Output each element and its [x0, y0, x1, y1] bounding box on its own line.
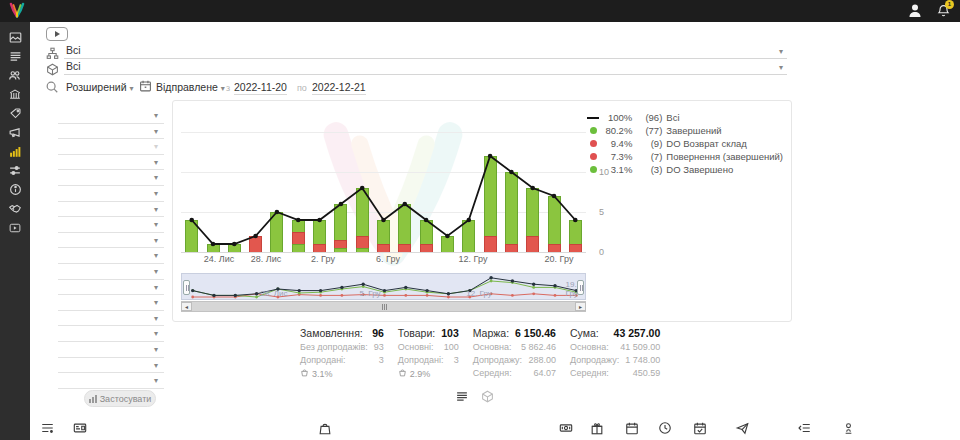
clock-icon[interactable] [658, 421, 672, 439]
funnel-select[interactable]: Всі ▾ [64, 44, 787, 59]
sidebar-item-marketing[interactable] [0, 123, 30, 142]
filter-select-10[interactable]: ▾ [58, 248, 164, 264]
sidebar-item-partners[interactable] [0, 199, 30, 218]
bar-segment-green [228, 244, 241, 252]
legend-item[interactable]: 3.1%(3)DO Завершено [586, 163, 783, 176]
bar-segment-green [292, 244, 305, 252]
filter-select-13[interactable]: ▾ [58, 295, 164, 311]
app-logo-icon[interactable] [7, 1, 27, 25]
filter-select-2[interactable]: ▾ [58, 124, 164, 140]
product-select[interactable]: Всі ▾ [64, 60, 787, 75]
chevron-down-icon: ▾ [154, 283, 158, 292]
navigator-date-label: 28. Лис [260, 289, 287, 298]
apply-button[interactable]: Застосувати [84, 390, 156, 407]
list-view-toggle[interactable] [455, 389, 469, 407]
sidebar-item-clients[interactable] [0, 66, 30, 85]
filter-select-1[interactable]: ▾ [58, 108, 164, 124]
filter-select-3[interactable]: ▾ [58, 139, 164, 155]
filter-select-7[interactable]: ▾ [58, 202, 164, 218]
navigator-left-handle[interactable] [183, 280, 190, 295]
date-from-input[interactable]: 2022-11-20 [234, 81, 287, 95]
chart-navigator[interactable]: 28. Лис5. Гру12. Гру19. Гру [181, 273, 586, 300]
sidebar-item-analytics[interactable] [0, 142, 30, 161]
bar-segment-green [356, 188, 369, 236]
chevron-down-icon: ▾ [154, 361, 158, 370]
megaphone-icon [8, 126, 22, 139]
scroll-right-button[interactable]: ▸ [575, 302, 586, 311]
gridline [181, 132, 586, 133]
filter-select-9[interactable]: ▾ [58, 233, 164, 249]
filter-select-5[interactable]: ▾ [58, 170, 164, 186]
legend-item[interactable]: 80.2%(77)Завершений [586, 124, 783, 137]
basket-icon [300, 368, 309, 379]
bar-segment-red [249, 236, 262, 252]
chevron-down-icon: ▾ [154, 236, 158, 245]
gift-icon[interactable] [590, 421, 604, 440]
bar-segment-red [484, 236, 497, 252]
filter-select-8[interactable]: ▾ [58, 217, 164, 233]
bag-icon[interactable] [318, 421, 332, 440]
stat-column: Сума:43 257.00Основна:41 509.00Допродажу… [570, 327, 660, 379]
chevron-down-icon: ▾ [154, 329, 158, 338]
filter-select-12[interactable]: ▾ [58, 280, 164, 296]
stat-column: Товари:103Основні:100Допродані:32.9% [398, 327, 459, 379]
sidebar-item-cards[interactable] [0, 28, 30, 47]
product-select-value: Всі [66, 60, 81, 72]
filter-select-4[interactable]: ▾ [58, 155, 164, 171]
filter-select-14[interactable]: ▾ [58, 311, 164, 327]
legend-item[interactable]: 9.4%(9)DO Возврат склад [586, 137, 783, 150]
status-select[interactable]: Відправлене ▾ [156, 81, 225, 93]
play-button[interactable] [46, 27, 68, 41]
calendar-check-icon[interactable] [693, 421, 707, 440]
calendar-icon[interactable] [625, 421, 639, 440]
pawn-icon[interactable] [842, 421, 855, 440]
bar-segment-red [526, 236, 539, 252]
bar-segment-red [505, 244, 518, 252]
user-avatar-icon[interactable] [908, 3, 922, 22]
sidebar-item-company[interactable] [0, 85, 30, 104]
navigator-right-handle[interactable] [577, 280, 584, 295]
mode-select-value: Розширений [66, 81, 127, 93]
mode-select[interactable]: Розширений ▾ [66, 81, 134, 93]
list-back-icon[interactable] [797, 421, 812, 439]
bar-segment-green [441, 236, 454, 252]
legend-line-marker [586, 117, 600, 119]
sidebar-item-info[interactable] [0, 180, 30, 199]
sidebar-item-video[interactable] [0, 218, 30, 237]
legend-item[interactable]: 100%(96)Всі [586, 111, 783, 124]
sidebar-item-settings[interactable] [0, 161, 30, 180]
scrollbar-grip[interactable] [379, 304, 389, 310]
filter-select-15[interactable]: ▾ [58, 326, 164, 342]
y-axis-label: 5 [599, 207, 604, 217]
filter-select-18[interactable]: ▾ [58, 373, 164, 389]
calendar-icon [139, 79, 152, 97]
chevron-down-icon: ▾ [154, 298, 158, 307]
filter-select-16[interactable]: ▾ [58, 342, 164, 358]
menu-icon[interactable] [40, 421, 55, 439]
legend-item[interactable]: 7.3%(7)Повернення (завершений) [586, 150, 783, 163]
bar-segment-green [569, 220, 582, 244]
id-card-icon[interactable] [72, 421, 88, 439]
legend-dot-marker [586, 140, 600, 147]
filter-select-17[interactable]: ▾ [58, 358, 164, 374]
scroll-left-button[interactable]: ◂ [181, 302, 192, 311]
y-axis-label: 0 [599, 247, 604, 257]
product-view-toggle[interactable] [481, 389, 494, 407]
chevron-down-icon: ▾ [154, 314, 158, 323]
chevron-down-icon: ▾ [154, 111, 158, 120]
chevron-down-icon: ▾ [154, 376, 158, 385]
people-icon [8, 69, 22, 82]
sidebar-item-promo[interactable] [0, 104, 30, 123]
filter-select-6[interactable]: ▾ [58, 186, 164, 202]
date-to-input[interactable]: 2022-12-21 [312, 81, 366, 95]
bar-segment-red [377, 244, 390, 252]
bar-segment-red [313, 244, 326, 252]
banknote-icon[interactable] [558, 421, 574, 439]
bar-segment-red [292, 232, 305, 244]
sidebar-item-orders[interactable] [0, 47, 30, 66]
chart-scrollbar[interactable]: ◂ ▸ [181, 301, 586, 312]
paper-plane-icon[interactable] [735, 421, 750, 439]
notifications-bell-icon[interactable]: 1 [937, 3, 950, 22]
bar-segment-red [334, 240, 347, 248]
filter-select-11[interactable]: ▾ [58, 264, 164, 280]
